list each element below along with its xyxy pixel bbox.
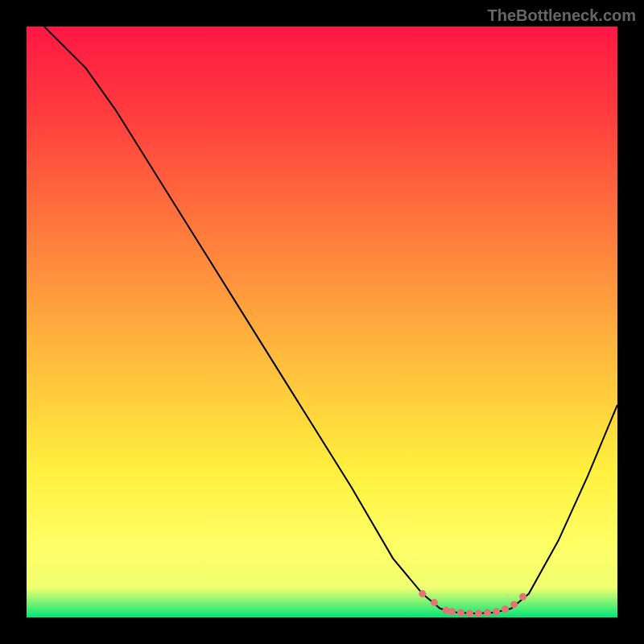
sweet-spot-dot xyxy=(484,609,491,617)
sweet-spot-dot xyxy=(493,608,500,615)
sweet-spot-dot xyxy=(519,593,526,601)
sweet-spot-dot xyxy=(510,601,518,608)
bottleneck-chart xyxy=(0,0,644,644)
sweet-spot-dot xyxy=(466,609,473,617)
chart-background xyxy=(27,27,617,617)
sweet-spot-dot xyxy=(431,599,438,606)
sweet-spot-dot xyxy=(457,609,464,617)
sweet-spot-dot xyxy=(419,590,426,597)
sweet-spot-dot xyxy=(475,609,482,617)
sweet-spot-dot xyxy=(502,605,509,613)
sweet-spot-dot xyxy=(448,608,456,615)
sweet-spot-dot xyxy=(443,607,450,614)
watermark-text: TheBottleneck.com xyxy=(488,6,636,25)
